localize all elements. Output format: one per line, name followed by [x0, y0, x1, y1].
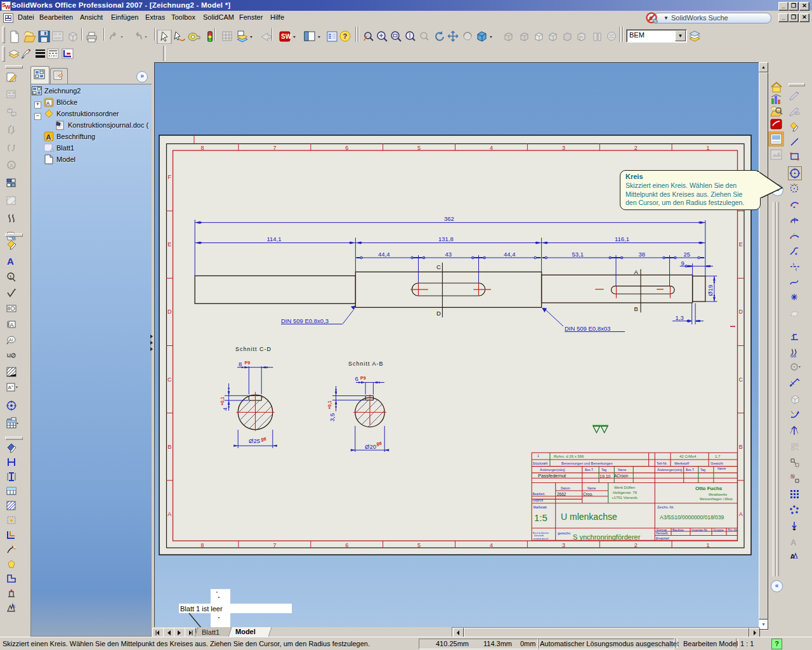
svg-text:Metallwerke: Metallwerke — [709, 493, 727, 496]
svg-text:B: B — [739, 444, 743, 450]
svg-text:A: A — [46, 133, 51, 141]
svg-text:42 CrMo4: 42 CrMo4 — [679, 454, 697, 458]
svg-text:C: C — [436, 263, 441, 270]
svg-text:B: B — [634, 305, 638, 312]
svg-text:+0,1: +0,1 — [220, 397, 225, 406]
svg-text:g6: g6 — [377, 441, 382, 446]
svg-text:A: A — [7, 256, 14, 267]
svg-text:A: A — [46, 100, 50, 106]
svg-text:4: 4 — [221, 408, 228, 411]
svg-text:A: A — [167, 511, 171, 517]
svg-text:Maßstab: Maßstab — [534, 505, 547, 509]
svg-text:S ynchronringförderer: S ynchronringförderer — [573, 533, 641, 541]
svg-text:DIN 509 E0,8x0,3: DIN 509 E0,8x0,3 — [281, 317, 329, 324]
svg-text:DIN 509 E0,8x03: DIN 509 E0,8x03 — [565, 325, 610, 332]
svg-text:8: 8 — [200, 542, 204, 548]
svg-text:Ø20: Ø20 — [365, 443, 376, 450]
svg-text:A°: A° — [8, 385, 14, 390]
svg-text:7: 7 — [273, 542, 276, 548]
svg-text:6: 6 — [355, 375, 358, 382]
svg-text:E: E — [739, 241, 743, 248]
svg-text:53,1: 53,1 — [572, 251, 584, 258]
svg-text:C: C — [739, 376, 743, 383]
svg-text:Bearbeit.: Bearbeit. — [533, 492, 546, 496]
svg-text:1: 1 — [707, 145, 710, 151]
svg-text:Datum: Datum — [561, 486, 570, 490]
svg-text:Heiligenstr. 76: Heiligenstr. 76 — [613, 491, 638, 494]
svg-text:g6: g6 — [261, 437, 266, 442]
svg-text:5: 5 — [417, 542, 421, 548]
svg-text:ACroon: ACroon — [614, 474, 628, 478]
svg-text:7: 7 — [273, 145, 276, 151]
svg-text:Bauliste: Bauliste — [672, 528, 684, 532]
svg-text:Schnitt C-D: Schnitt C-D — [235, 346, 272, 352]
svg-text:1: 1 — [537, 454, 539, 458]
svg-text:Gruppe: Gruppe — [713, 528, 724, 532]
svg-text:44,4: 44,4 — [378, 251, 390, 258]
svg-text:1: 1 — [707, 542, 710, 548]
svg-text:Herstellt.: Herstellt. — [656, 531, 669, 535]
svg-text:A: A — [739, 511, 743, 517]
svg-text:B: B — [167, 444, 171, 450]
svg-text:Tag: Tag — [700, 468, 705, 472]
svg-text:2: 2 — [634, 542, 638, 548]
svg-text:Zeichn.-Nr.: Zeichn.-Nr. — [657, 505, 674, 509]
svg-text:66: 66 — [790, 353, 796, 359]
svg-text:?: ? — [343, 32, 348, 40]
svg-text:3: 3 — [562, 145, 565, 151]
svg-text:Ersatzteil: Ersatzteil — [656, 536, 669, 540]
svg-text:2662: 2662 — [557, 492, 566, 496]
svg-text:43: 43 — [445, 251, 452, 258]
svg-text:A: A — [10, 162, 13, 169]
svg-text:1: 1 — [10, 274, 13, 280]
svg-text:gezeichn.: gezeichn. — [558, 531, 571, 535]
svg-text:ersetzt durch: ersetzt durch — [534, 537, 548, 540]
svg-text:6: 6 — [345, 145, 348, 151]
svg-text:D: D — [739, 308, 743, 315]
svg-text:P9: P9 — [245, 361, 251, 365]
svg-text:+0,1: +0,1 — [327, 401, 332, 409]
svg-text:Ø19: Ø19 — [707, 285, 714, 296]
svg-text:Benennungen und Bemerkungen: Benennungen und Bemerkungen — [561, 461, 613, 465]
svg-text:44,4: 44,4 — [504, 251, 516, 258]
svg-text:4: 4 — [490, 145, 493, 151]
svg-text:S: S — [649, 15, 653, 22]
svg-text:116,1: 116,1 — [615, 235, 629, 242]
svg-text:25: 25 — [684, 251, 691, 258]
svg-text:Meinerzhagen i.West.: Meinerzhagen i.West. — [700, 497, 734, 501]
svg-text:Inventar-Nr.: Inventar-Nr. — [691, 528, 708, 532]
svg-text:C: C — [167, 376, 172, 383]
svg-text:+1751 Vienenb.: +1751 Vienenb. — [612, 496, 638, 500]
svg-text:38: 38 — [639, 251, 646, 258]
svg-text:1:5: 1:5 — [534, 512, 547, 523]
svg-text:2: 2 — [634, 145, 638, 151]
svg-text:Stückzahl: Stückzahl — [533, 461, 548, 465]
svg-text:Name: Name — [618, 468, 627, 472]
svg-text:Geprüft: Geprüft — [533, 498, 544, 502]
svg-text:A3/5S10/0000000/018/039: A3/5S10/0000000/018/039 — [660, 514, 724, 521]
svg-text:131,8: 131,8 — [438, 235, 454, 242]
svg-text:4: 4 — [490, 542, 493, 548]
svg-text:Croo.: Croo. — [583, 492, 593, 496]
svg-text:Name: Name — [717, 467, 726, 470]
svg-text:Rohm. d 26 x 366: Rohm. d 26 x 366 — [554, 454, 584, 458]
svg-text:Ø25: Ø25 — [249, 437, 260, 444]
svg-text:362: 362 — [444, 215, 454, 222]
svg-text:1,3: 1,3 — [676, 314, 684, 321]
svg-text:5: 5 — [417, 145, 421, 151]
svg-text:8: 8 — [239, 361, 242, 368]
svg-text:Bes.T.: Bes.T. — [585, 468, 594, 472]
svg-text:Werk Düffen: Werk Düffen — [614, 486, 635, 489]
svg-text:Änderungen(sönj): Änderungen(sönj) — [657, 468, 683, 472]
svg-text:Teil-Nr.: Teil-Nr. — [657, 461, 668, 465]
svg-text:SW: SW — [281, 33, 292, 40]
svg-text:Schnitt A-B: Schnitt A-B — [348, 361, 384, 367]
svg-text:6: 6 — [345, 542, 348, 548]
svg-text:A: A — [790, 538, 797, 547]
svg-text:A: A — [10, 322, 14, 328]
svg-text:D: D — [167, 308, 172, 315]
svg-text:Änderungen(sönj): Änderungen(sönj) — [540, 468, 565, 472]
svg-text:Gewicht: Gewicht — [710, 461, 723, 465]
svg-text:E: E — [167, 241, 171, 248]
svg-text:Name: Name — [587, 486, 596, 490]
